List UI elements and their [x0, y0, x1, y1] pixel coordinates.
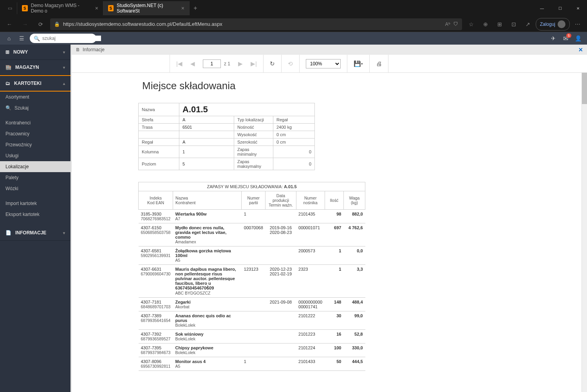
document-icon: 📄	[5, 230, 11, 236]
info-icon: 🗎	[76, 47, 80, 52]
table-row: 4307-71816848689701703ZegarkiAkorbat2021…	[139, 298, 365, 311]
close-icon[interactable]: ×	[181, 5, 184, 11]
home-icon[interactable]: ⌂	[5, 35, 13, 41]
search-input[interactable]	[42, 36, 101, 41]
tracking-icon[interactable]: ⛉	[453, 22, 458, 27]
sidebar-item-szukaj[interactable]: 🔍Szukaj	[0, 102, 70, 113]
table-row: 4307-65815902956139931Żołądkowa gorzka m…	[139, 246, 365, 265]
vertical-scrollbar[interactable]	[582, 73, 587, 392]
table-row: 4307-73896879935641654Ananas donec quis …	[139, 311, 365, 330]
prev-page-icon[interactable]: ◀	[190, 60, 195, 67]
panel-title: Informacje	[83, 47, 105, 52]
report-toolbar: |◀ ◀ z 1 ▶ ▶| ↻ ⟲ 100%	[72, 55, 587, 73]
sidebar-section-nowy[interactable]: ⊞ NOWY ▾	[0, 45, 70, 60]
sidebar-section-magazyn[interactable]: 🏬 MAGAZYN ▾	[0, 60, 70, 75]
tab-actions-icon[interactable]: ▭	[3, 2, 17, 14]
tab-title: StudioSystem.NET (c) SoftwareSt	[117, 3, 178, 14]
tab-favicon-icon: S	[108, 5, 114, 11]
sidebar-item-import[interactable]: Import kartotek	[0, 198, 70, 209]
sidebar-item-przewoznicy[interactable]: Przewoźnicy	[0, 139, 70, 150]
zoom-select[interactable]: 100%	[306, 59, 341, 68]
page-input[interactable]	[203, 59, 221, 68]
sidebar-item-lokalizacje[interactable]: Lokalizacje	[0, 161, 70, 172]
content-area: 🗎 Informacje ✕ |◀ ◀ z 1 ▶ ▶| ↻	[70, 45, 587, 392]
table-row: 4307-73956879937984673Chipsy paprykoweBo…	[139, 343, 365, 357]
search-icon: 🔍	[34, 36, 40, 41]
search-box[interactable]: 🔍	[30, 34, 96, 43]
user-icon[interactable]: 👤	[574, 35, 582, 41]
table-row: 4307-80966956730992811Monitor asus 4A512…	[139, 357, 365, 371]
tab-favicon-icon: S	[22, 5, 28, 11]
forward-button[interactable]: →	[19, 18, 31, 31]
report-body: Miejsce składowania Nazwa A.01.5 Strefa …	[72, 73, 587, 392]
minimize-button[interactable]: —	[533, 2, 551, 14]
sidebar-item-wozki[interactable]: Wózki	[0, 183, 70, 194]
plane-icon[interactable]: ✈	[549, 35, 558, 41]
sidebar-item-asortyment[interactable]: Asortyment	[0, 92, 70, 102]
stock-caption: ZAPASY W MIEJSCU SKŁADOWANIA: A.01.5	[138, 182, 365, 191]
folder-icon: 🗂	[5, 81, 10, 86]
panel-header: 🗎 Informacje ✕	[72, 45, 587, 55]
sidebar-item-palety[interactable]: Palety	[0, 172, 70, 183]
tab-title: Demo Magazyn WMS - Demo o	[31, 3, 92, 14]
refresh-icon[interactable]: ↻	[270, 60, 275, 67]
report-title: Miejsce składowania	[142, 80, 587, 92]
new-tab-button[interactable]: +	[190, 5, 201, 12]
site-lock-icon[interactable]: 🔒	[54, 22, 60, 27]
extensions-icon[interactable]: ⊡	[508, 18, 520, 31]
next-page-icon[interactable]: ▶	[238, 60, 243, 67]
mail-badge: 5	[566, 33, 571, 38]
last-page-icon[interactable]: ▶|	[251, 60, 257, 67]
url-bar[interactable]: 🔒 Aᵇ ⛉	[50, 18, 462, 30]
page-total: z 1	[224, 61, 230, 67]
warehouse-icon: 🏬	[5, 65, 11, 70]
first-page-icon[interactable]: |◀	[176, 60, 182, 67]
sidebar-item-pracownicy[interactable]: Pracownicy	[0, 128, 70, 139]
sidebar-section-informacje[interactable]: 📄 INFORMACJE ▾	[0, 225, 70, 241]
sidebar: ⊞ NOWY ▾ 🏬 MAGAZYN ▾ 🗂 KARTOTEKI ▴ Asort…	[0, 45, 70, 392]
app-topbar: ⌂ ☰ 🔍 ✈ ✉5 👤	[0, 32, 587, 45]
location-info-table: Nazwa A.01.5 Strefa A Typ lokalizacji Re…	[138, 103, 315, 170]
avatar-icon	[558, 20, 565, 28]
favorites-bar-icon[interactable]: ⊕	[479, 18, 492, 31]
maximize-button[interactable]: ☐	[551, 2, 569, 14]
chevron-down-icon: ▾	[63, 65, 65, 70]
mail-icon[interactable]: ✉5	[563, 35, 568, 42]
app-icon[interactable]: ↗	[522, 18, 534, 31]
collections-icon[interactable]: ⊞	[493, 18, 506, 31]
reader-icon[interactable]: Aᵇ	[445, 22, 450, 27]
table-row: 3185-39307068276983512Wiertarka 900wA712…	[139, 210, 365, 223]
sidebar-section-kartoteki[interactable]: 🗂 KARTOTEKI ▴	[0, 75, 70, 92]
close-button[interactable]: ✕	[569, 2, 587, 14]
menu-toggle-icon[interactable]: ☰	[17, 35, 26, 41]
table-row: 4307-61506506858503758Mydło donec eros n…	[139, 223, 365, 246]
browser-nav-bar: ← → ⟳ 🔒 Aᵇ ⛉ ☆ ⊕ ⊞ ⊡ ↗ Zaloguj ⋯	[0, 16, 587, 32]
stock-table: IndeksKod EAN NazwaKontrahent Numerparti…	[138, 191, 365, 371]
chevron-down-icon: ▾	[63, 231, 65, 235]
table-row: 4307-73926879936589527Sok wiśniowyBolekL…	[139, 330, 365, 343]
save-icon[interactable]: 💾 ▾	[354, 60, 363, 67]
print-icon[interactable]: 🖨	[376, 60, 382, 67]
favorite-icon[interactable]: ☆	[465, 18, 478, 31]
back-icon[interactable]: ⟲	[288, 60, 293, 67]
browser-tab-1[interactable]: S Demo Magazyn WMS - Demo o ×	[17, 1, 103, 15]
table-row: 4307-66316790069604730Mauris dapibus mag…	[139, 265, 365, 298]
back-button[interactable]: ←	[3, 18, 16, 31]
more-icon[interactable]: ⋯	[571, 18, 584, 31]
refresh-button[interactable]: ⟳	[34, 18, 47, 31]
scrollbar-thumb[interactable]	[582, 73, 587, 104]
url-input[interactable]	[63, 21, 442, 27]
sidebar-item-uslugi[interactable]: Usługi	[0, 150, 70, 161]
panel-close-button[interactable]: ✕	[578, 47, 583, 53]
chevron-down-icon: ▾	[63, 50, 65, 54]
browser-tab-2-active[interactable]: S StudioSystem.NET (c) SoftwareSt ×	[103, 1, 190, 15]
location-name: A.01.5	[179, 103, 315, 116]
close-icon[interactable]: ×	[95, 5, 98, 11]
login-button[interactable]: Zaloguj	[536, 18, 570, 31]
search-icon: 🔍	[5, 105, 11, 111]
chevron-up-icon: ▴	[63, 81, 65, 86]
browser-tab-strip: ▭ S Demo Magazyn WMS - Demo o × S Studio…	[0, 0, 587, 16]
plus-icon: ⊞	[5, 49, 9, 55]
sidebar-item-eksport[interactable]: Eksport kartotek	[0, 209, 70, 220]
sidebar-item-kontrahenci[interactable]: Kontrahenci	[0, 117, 70, 128]
